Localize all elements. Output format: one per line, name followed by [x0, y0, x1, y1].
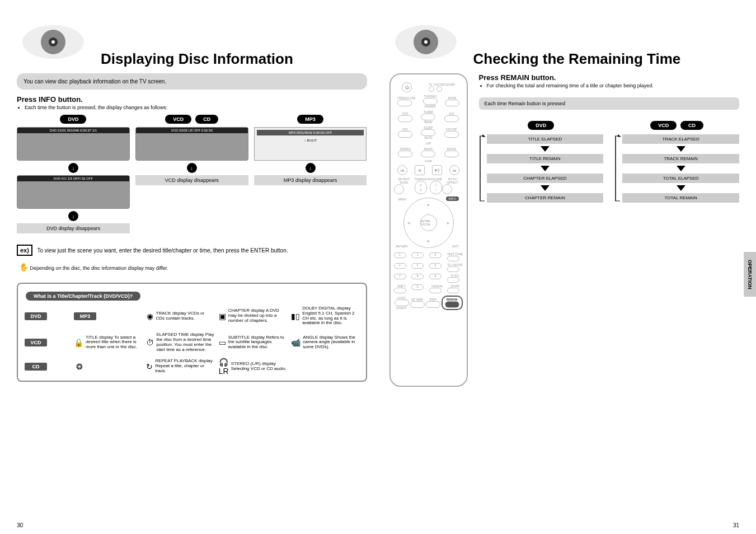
cancel-label: CANCEL	[429, 284, 445, 288]
asc-button[interactable]	[398, 131, 412, 138]
logo-button[interactable]	[395, 299, 409, 306]
num-3[interactable]: 3	[429, 252, 442, 258]
ezview-button[interactable]	[410, 301, 425, 308]
cd-graphic-right	[389, 11, 462, 67]
disc-btn-cd: CD	[195, 115, 218, 124]
enter-button[interactable]: ENTER P.SCAN	[420, 214, 437, 231]
step-label: STEP	[426, 298, 440, 301]
disc-btn-mp3: MP3	[297, 115, 323, 124]
action-heading: Press INFO button.	[17, 95, 367, 104]
num-1[interactable]: 1	[394, 252, 406, 258]
sleep-button[interactable]	[421, 129, 435, 136]
music-button[interactable]	[421, 151, 435, 157]
logo-label: LOGO	[395, 296, 409, 299]
chapter-icon: ▣	[219, 311, 226, 322]
tuning-label: TUNING/CH	[415, 177, 430, 181]
dschp-button[interactable]	[444, 131, 459, 138]
vol-up[interactable]: +	[435, 182, 438, 188]
down-arrow-icon	[541, 166, 550, 171]
num-6[interactable]: 6	[429, 263, 442, 269]
down-arrow-icon: ↓	[306, 163, 316, 173]
dimmer-label: DIMMER	[423, 105, 438, 108]
sd-effect-label: SD P.LI EFFECT	[442, 177, 463, 184]
audio-lr-label: STEREO (L/R) display Selecting VCD or CD…	[231, 362, 287, 372]
dschp-label: DSC/HP	[444, 128, 459, 131]
num-7[interactable]: 7	[394, 274, 406, 279]
page-title-left: Displaying Disc Information	[101, 50, 367, 68]
osd-mp3: MP3 0001/0042 0:00:00 OFF	[257, 130, 364, 135]
cancel-button[interactable]	[429, 288, 442, 293]
mp3-caption: MP3 display disappears	[254, 175, 367, 185]
open-close-label: OPEN/CLOSE	[397, 96, 416, 100]
number-pad: 1 2 3 TEST TONE 4 5 6 PL II MODE 7 8 9 S…	[394, 252, 463, 293]
aux-button[interactable]	[444, 115, 459, 122]
disc-btn-dvd: DVD	[60, 115, 86, 124]
test-tone-button[interactable]	[447, 256, 459, 261]
vol-down[interactable]: −	[435, 188, 438, 193]
title-remain-step: TITLE REMAIN	[487, 154, 604, 163]
repeat-label: REPEAT PLAYBACK display Repeat a title, …	[155, 359, 214, 373]
play-pause-button[interactable]: ▶‖	[432, 165, 442, 175]
svol-button[interactable]	[447, 277, 459, 283]
title-icon: 🔒	[74, 337, 83, 348]
chapter-label: CHAPTER display A DVD may be divided up …	[228, 308, 287, 323]
lsp-label: LSP	[394, 142, 463, 145]
dvd-button[interactable]	[398, 115, 412, 122]
tuner-button[interactable]	[421, 114, 435, 120]
cd-graphic-left	[17, 11, 90, 67]
pl-mode-button[interactable]	[447, 266, 459, 272]
chapter-remain-step: CHAPTER REMAIN	[487, 193, 604, 203]
time-icon: ⏱	[146, 337, 154, 348]
mp3-tag: MP3	[74, 312, 96, 320]
zoom-button[interactable]	[447, 288, 459, 293]
step-button[interactable]	[426, 301, 440, 308]
num-0[interactable]: 0	[411, 284, 424, 290]
remain-highlight-box: REMAIN	[442, 296, 463, 310]
remain-vcd-pill: VCD	[650, 121, 677, 130]
open-close-button[interactable]	[397, 100, 412, 106]
num-4[interactable]: 4	[394, 263, 406, 269]
tuning-down[interactable]: ∨	[419, 188, 422, 193]
track-remain-step: TRACK REMAIN	[622, 154, 739, 163]
mp3-root-label: ROOT	[307, 139, 317, 142]
next-button[interactable]: ⏭	[449, 165, 459, 175]
num-9[interactable]: 9	[429, 274, 442, 279]
volume-label: VOLUME	[430, 177, 442, 181]
mode-button[interactable]	[445, 100, 459, 106]
sd-text-label: SD/TEXT MODE	[394, 177, 415, 184]
prev-button[interactable]: ⏮	[397, 165, 407, 175]
num-2[interactable]: 2	[411, 252, 424, 258]
dpad-right[interactable]: ▸	[447, 220, 450, 226]
disc-btn-vcd: VCD	[165, 115, 191, 124]
remain-button[interactable]	[445, 301, 459, 308]
dpad-down[interactable]: ▾	[427, 238, 430, 244]
power-button[interactable]: ⏻	[402, 82, 412, 92]
vcd-screen: VCD 02/02 LR OFF 0:02:30	[135, 127, 248, 161]
subtitle-label: SUBTITLE display Refers to the subtitle …	[228, 335, 287, 350]
pl-mode-label: PL II MODE	[447, 263, 463, 266]
down-arrow-icon: ↓	[68, 211, 78, 221]
tv-video-button[interactable]	[423, 98, 438, 105]
dspeq-button[interactable]	[398, 151, 412, 157]
num-8[interactable]: 8	[411, 274, 424, 279]
dvd-led	[436, 86, 442, 92]
angle-icon: 📹	[291, 337, 300, 348]
num-5[interactable]: 5	[411, 263, 424, 269]
tuning-up[interactable]: ∧	[419, 182, 422, 188]
sd-effect-button[interactable]	[442, 184, 452, 194]
mode-label: MODE	[445, 96, 459, 100]
audio-lr-icon: 🎧 LR	[219, 361, 229, 372]
color-icon: ❂	[74, 361, 85, 372]
remain-cd-pill: CD	[680, 121, 703, 130]
action-sub: Each time the button is pressed, the dis…	[25, 105, 367, 110]
sd-text-button[interactable]	[394, 184, 404, 194]
dpad-up[interactable]: ▴	[427, 202, 430, 207]
down-arrow-icon	[541, 146, 550, 152]
dpad-left[interactable]: ◂	[407, 220, 410, 226]
movie-button[interactable]	[444, 151, 459, 157]
dvdr-label: DVD RECEIVER	[434, 83, 455, 86]
menu-label: MENU	[398, 198, 407, 201]
svg-marker-9	[618, 134, 621, 137]
stop-button[interactable]: ■	[415, 165, 425, 175]
subt-button[interactable]	[394, 288, 406, 293]
